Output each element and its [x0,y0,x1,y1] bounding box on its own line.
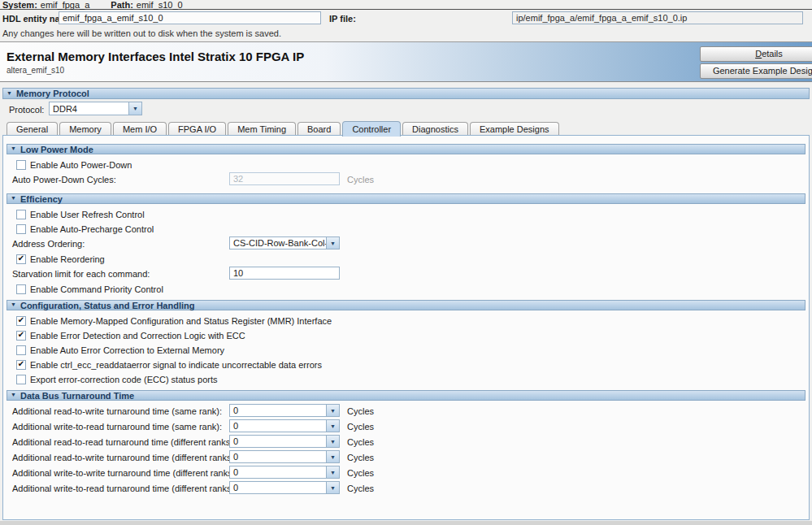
cycles-unit-label: Cycles [347,453,374,462]
config-status-section-header[interactable]: ▼ Configuration, Status and Error Handli… [7,300,805,310]
enable-auto-power-down-row: ✔ Enable Auto Power-Down [3,158,809,172]
chevron-down-icon[interactable]: ▼ [326,405,339,416]
chevron-down-icon[interactable]: ▼ [128,102,141,115]
system-path-bar: System: emif_fpga_a Path: emif_s10_0 [0,0,812,10]
starvation-limit-input[interactable] [229,267,340,280]
ip-title-header: External Memory Interfaces Intel Stratix… [0,41,812,82]
tab-general[interactable]: General [7,122,58,136]
rtr-diff-ranks-label: Additional read-to-read turnaround time … [12,437,236,447]
enable-auto-power-down-checkbox[interactable]: ✔ [16,160,26,170]
wtw-diff-ranks-label: Additional write-to-write turnaround tim… [12,468,237,478]
turnaround-value: 0 [230,436,326,447]
rtw-same-rank-select[interactable]: 0 ▼ [229,404,340,417]
protocol-label: Protocol: [9,105,44,115]
auto-power-down-cycles-input [229,172,340,185]
cycles-unit-label: Cycles [347,422,374,432]
auto-power-down-cycles-row: Auto Power-Down Cycles: Cycles [3,172,809,188]
chevron-down-icon[interactable]: ▼ [326,420,339,432]
turnaround-section-header[interactable]: ▼ Data Bus Turnaround Time [7,390,805,401]
enable-reordering-checkbox[interactable]: ✔ [16,254,26,264]
enable-readdataerror-checkbox[interactable]: ✔ [16,360,26,370]
tab-controller[interactable]: Controller [342,121,401,137]
cycles-unit-label: Cycles [347,468,374,478]
path-value: emif_s10_0 [137,0,183,10]
enable-auto-error-correction-row: ✔ Enable Auto Error Correction to Extern… [3,343,809,358]
bottom-strip [0,521,812,525]
enable-user-refresh-row: ✔ Enable User Refresh Control [3,207,809,222]
enable-auto-error-correction-checkbox[interactable]: ✔ [16,345,26,355]
system-value: emif_fpga_a [41,0,90,10]
tab-diagnostics[interactable]: Diagnostics [402,122,468,136]
memory-protocol-section-title: Memory Protocol [16,89,89,98]
hdl-entity-input[interactable] [59,11,321,24]
tab-label: Controller [352,124,391,134]
enable-mmr-checkbox[interactable]: ✔ [16,316,26,326]
checkbox-label: Enable Auto Power-Down [30,160,132,170]
wtr-diff-ranks-row: Additional write-to-read turnaround time… [3,481,809,497]
collapse-triangle-icon: ▼ [7,90,12,96]
memory-protocol-section-header[interactable]: ▼ Memory Protocol [2,88,810,99]
checkbox-label: Enable ctrl_ecc_readdataerror signal to … [30,360,322,370]
starvation-limit-label: Starvation limit for each command: [12,269,150,279]
chevron-down-icon[interactable]: ▼ [326,482,339,493]
protocol-select[interactable]: DDR4 ▼ [49,102,142,115]
rtr-diff-ranks-row: Additional read-to-read turnaround time … [3,435,809,450]
ip-file-value: ip/emif_fpga_a/emif_fpga_a_emif_s10_0.ip [512,11,803,24]
efficiency-section-title: Efficiency [20,194,63,204]
wtr-same-rank-select[interactable]: 0 ▼ [229,419,340,432]
hdl-entity-row: HDL entity name: IP file: ip/emif_fpga_a… [0,11,812,26]
details-button-label: Details [701,47,812,61]
tab-fpga-io[interactable]: FPGA I/O [168,122,226,136]
rtw-same-rank-label: Additional read-to-write turnaround time… [12,406,222,416]
low-power-section-header[interactable]: ▼ Low Power Mode [7,144,805,154]
auto-power-down-cycles-label: Auto Power-Down Cycles: [12,175,116,184]
efficiency-section-header[interactable]: ▼ Efficiency [7,193,805,204]
rtw-diff-ranks-select[interactable]: 0 ▼ [229,450,340,463]
export-ecc-status-row: ✔ Export error-correction code (ECC) sta… [3,372,809,387]
rtw-diff-ranks-row: Additional read-to-write turnaround time… [3,450,809,466]
address-ordering-select[interactable]: CS-CID-Row-Bank-Col-BG ▼ [229,236,340,249]
export-ecc-status-checkbox[interactable]: ✔ [16,375,26,384]
ip-file-label: IP file: [329,14,356,24]
rtw-same-rank-row: Additional read-to-write turnaround time… [3,404,809,419]
checkbox-label: Export error-correction code (ECC) statu… [30,375,217,384]
details-button[interactable]: Details [700,46,812,62]
checkbox-label: Enable Auto-Precharge Control [30,224,154,234]
address-ordering-value: CS-CID-Row-Bank-Col-BG [230,237,326,249]
tab-board[interactable]: Board [297,122,341,136]
page-title: External Memory Interfaces Intel Stratix… [7,50,304,63]
collapse-triangle-icon: ▼ [11,302,16,307]
enable-reordering-row: ✔ Enable Reordering [3,252,809,267]
rtr-diff-ranks-select[interactable]: 0 ▼ [229,435,340,448]
tab-mem-io[interactable]: Mem I/O [113,122,167,136]
tab-mem-timing[interactable]: Mem Timing [228,122,296,136]
chevron-down-icon[interactable]: ▼ [326,237,339,249]
save-notice: Any changes here will be written out to … [0,26,812,40]
enable-user-refresh-checkbox[interactable]: ✔ [16,210,26,219]
turnaround-value: 0 [230,482,326,493]
rtw-diff-ranks-label: Additional read-to-write turnaround time… [12,453,237,462]
controller-tab-panel: ▼ Low Power Mode ✔ Enable Auto Power-Dow… [2,135,810,520]
enable-auto-precharge-checkbox[interactable]: ✔ [16,224,26,234]
wtr-diff-ranks-label: Additional write-to-read turnaround time… [12,484,237,493]
wtr-same-rank-row: Additional write-to-read turnaround time… [3,419,809,435]
tab-bar: General Memory Mem I/O FPGA I/O Mem Timi… [2,121,810,136]
chevron-down-icon[interactable]: ▼ [326,466,339,478]
cycles-unit-label: Cycles [347,406,374,416]
wtr-diff-ranks-select[interactable]: 0 ▼ [229,481,340,494]
tab-example-designs[interactable]: Example Designs [470,122,559,136]
tab-label: General [16,124,48,134]
enable-command-priority-checkbox[interactable]: ✔ [16,284,26,294]
turnaround-value: 0 [230,466,326,478]
collapse-triangle-icon: ▼ [11,392,16,397]
wtw-diff-ranks-select[interactable]: 0 ▼ [229,466,340,479]
tab-memory[interactable]: Memory [59,122,111,136]
chevron-down-icon[interactable]: ▼ [326,436,339,447]
generate-example-design-button[interactable]: Generate Example Design... [700,63,812,79]
protocol-selected-value: DDR4 [50,102,128,115]
tab-label: Memory [69,124,102,134]
chevron-down-icon[interactable]: ▼ [326,451,339,462]
enable-ecc-checkbox[interactable]: ✔ [16,331,26,341]
turnaround-value: 0 [230,405,326,416]
wtw-diff-ranks-row: Additional write-to-write turnaround tim… [3,466,809,481]
